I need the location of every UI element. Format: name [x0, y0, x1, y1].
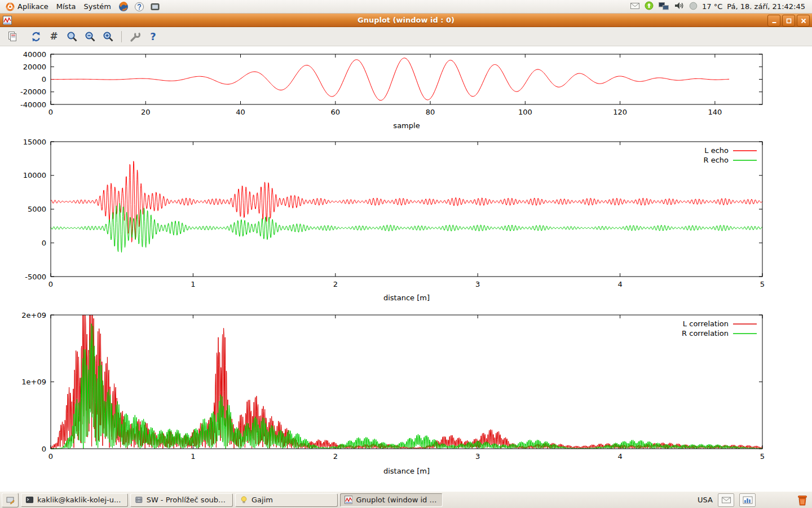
- terminal-icon: [25, 496, 34, 504]
- help-icon: ?: [150, 32, 156, 42]
- unzoom-icon: [102, 30, 114, 43]
- system-monitor-button[interactable]: [739, 493, 756, 507]
- svg-text:distance [m]: distance [m]: [383, 294, 430, 302]
- zoom-previous-icon: [66, 30, 78, 43]
- gnuplot-canvas[interactable]: 020406080100120140-40000-200000200004000…: [0, 46, 812, 491]
- panel-tray: 17 °C Pá, 18. září, 21:42:45: [630, 1, 810, 12]
- svg-text:2: 2: [333, 452, 338, 461]
- svg-text:40: 40: [236, 108, 245, 116]
- chart-correlation: 01234501e+092e+09distance [m]L correlati…: [21, 311, 765, 476]
- gnuplot-icon: [345, 496, 352, 504]
- task-label: kaklik@kaklik-kolej-u...: [37, 496, 121, 504]
- export-button[interactable]: [5, 29, 20, 44]
- wrench-icon: [129, 30, 142, 43]
- clock-applet[interactable]: Pá, 18. září, 21:42:45: [727, 2, 805, 11]
- help-button[interactable]: ?: [145, 29, 161, 44]
- svg-text:2e+09: 2e+09: [21, 311, 46, 319]
- svg-text:0: 0: [48, 108, 53, 116]
- svg-text:5: 5: [760, 452, 765, 461]
- svg-text:0: 0: [42, 239, 46, 247]
- svg-text:3: 3: [475, 280, 480, 288]
- maximize-icon: [785, 17, 792, 24]
- places-menu[interactable]: Místa: [53, 1, 81, 12]
- svg-text:20: 20: [141, 108, 151, 116]
- update-notifier[interactable]: [645, 1, 654, 12]
- zoom-next-icon: [84, 30, 96, 43]
- network-monitor[interactable]: [658, 1, 669, 12]
- taskbar-tray: USA: [698, 493, 810, 507]
- svg-text:5: 5: [760, 280, 765, 288]
- refresh-icon: [30, 30, 42, 43]
- keyboard-layout-indicator[interactable]: USA: [698, 496, 713, 504]
- svg-text:10000: 10000: [23, 171, 46, 179]
- svg-text:0: 0: [48, 280, 53, 288]
- close-button[interactable]: [797, 15, 810, 27]
- window-titlebar[interactable]: Gnuplot (window id : 0): [0, 14, 812, 27]
- task-label: Gnuplot (window id : 0): [356, 496, 438, 504]
- grid-icon: #: [50, 32, 58, 41]
- export-icon: [6, 30, 19, 43]
- help-launcher[interactable]: [134, 2, 144, 12]
- svg-text:15000: 15000: [23, 138, 46, 146]
- mail-notifier[interactable]: [630, 1, 640, 12]
- screenshot-tool-icon: [150, 2, 160, 12]
- svg-text:-5000: -5000: [25, 273, 46, 281]
- svg-text:80: 80: [426, 108, 435, 116]
- svg-text:5000: 5000: [28, 205, 46, 213]
- applications-menu-label: Aplikace: [17, 2, 48, 11]
- update-icon: [645, 1, 654, 10]
- close-icon: [800, 17, 807, 24]
- svg-text:-20000: -20000: [20, 87, 46, 96]
- minimize-button[interactable]: [767, 15, 780, 27]
- unzoom-button[interactable]: [100, 29, 116, 44]
- plots-svg[interactable]: 020406080100120140-40000-200000200004000…: [0, 46, 812, 491]
- show-desktop-icon: [6, 496, 15, 505]
- panel-left: Aplikace Místa Systém: [2, 1, 163, 12]
- system-monitor-icon: [743, 496, 753, 504]
- svg-text:distance [m]: distance [m]: [383, 467, 430, 475]
- chart-signal: 020406080100120140-40000-200000200004000…: [20, 50, 762, 130]
- minimize-icon: [771, 17, 778, 24]
- task-file-browser[interactable]: SW - Prohlížeč souborů: [130, 493, 233, 507]
- bottom-taskbar: kaklik@kaklik-kolej-u... SW - Prohlížeč …: [0, 491, 812, 508]
- task-gajim[interactable]: Gajim: [235, 493, 338, 507]
- mail-tray-button[interactable]: [718, 493, 734, 507]
- window-title: Gnuplot (window id : 0): [0, 16, 812, 24]
- svg-text:L echo: L echo: [704, 146, 729, 155]
- show-desktop-button[interactable]: [2, 493, 19, 507]
- weather-icon: [689, 2, 698, 10]
- weather-applet[interactable]: [689, 2, 698, 12]
- system-menu[interactable]: Systém: [80, 1, 115, 12]
- svg-text:4: 4: [617, 452, 622, 461]
- zoom-previous-button[interactable]: [64, 29, 80, 44]
- svg-text:L correlation: L correlation: [683, 319, 729, 328]
- svg-text:1: 1: [191, 452, 195, 461]
- svg-text:1e+09: 1e+09: [21, 378, 46, 386]
- replot-button[interactable]: [28, 29, 43, 44]
- svg-text:100: 100: [518, 108, 532, 116]
- svg-text:R correlation: R correlation: [682, 329, 729, 338]
- maximize-button[interactable]: [782, 15, 795, 27]
- svg-text:140: 140: [708, 108, 722, 116]
- network-icon: [658, 1, 669, 11]
- task-terminal[interactable]: kaklik@kaklik-kolej-u...: [21, 493, 128, 507]
- task-label: SW - Prohlížeč souborů: [147, 496, 228, 504]
- task-gnuplot[interactable]: Gnuplot (window id : 0): [340, 493, 443, 507]
- task-label: Gajim: [251, 496, 273, 504]
- desktop: Aplikace Místa Systém: [0, 0, 812, 508]
- trash-applet[interactable]: [796, 493, 809, 507]
- svg-text:0: 0: [48, 452, 53, 461]
- firefox-launcher[interactable]: [118, 2, 129, 12]
- gajim-icon: [240, 496, 248, 504]
- svg-text:0: 0: [42, 445, 46, 453]
- configure-button[interactable]: [127, 29, 143, 44]
- temperature-label: 17 °C: [702, 2, 722, 11]
- zoom-next-button[interactable]: [82, 29, 98, 44]
- volume-icon: [674, 1, 685, 11]
- applications-menu[interactable]: Aplikace: [2, 1, 53, 12]
- svg-text:sample: sample: [393, 121, 420, 130]
- file-manager-icon: [135, 496, 143, 504]
- screenshot-launcher[interactable]: [150, 2, 160, 12]
- grid-toggle-button[interactable]: #: [46, 29, 61, 44]
- volume-control[interactable]: [674, 1, 685, 12]
